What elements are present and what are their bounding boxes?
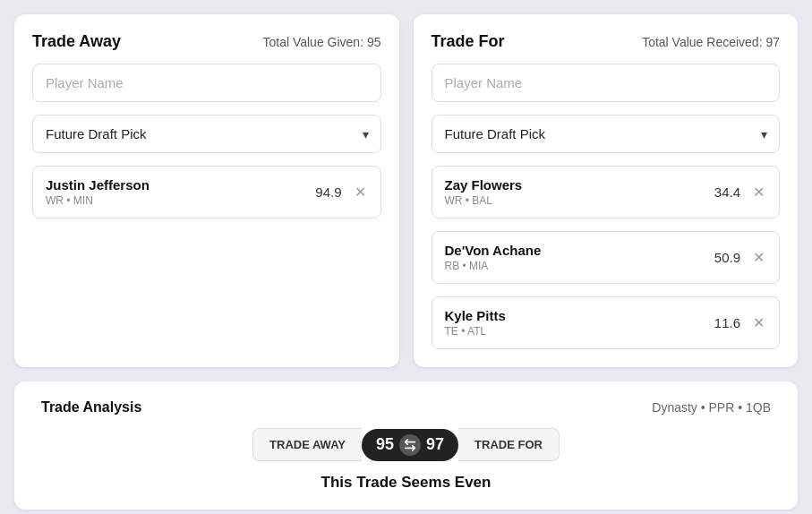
trade-away-total: Total Value Given: 95	[262, 35, 380, 49]
trade-for-dropdown-wrapper: Future Draft Pick ▾	[432, 115, 781, 153]
trade-for-total: Total Value Received: 97	[642, 35, 780, 49]
trade-away-title: Trade Away	[32, 32, 121, 51]
trade-for-player-info-2: Kyle Pitts TE • ATL	[445, 308, 506, 338]
trade-for-player-card-1: De'Von Achane RB • MIA 50.9 ✕	[432, 231, 781, 284]
trade-for-player-meta-2: TE • ATL	[445, 325, 506, 338]
trade-away-search-input[interactable]	[32, 64, 381, 102]
trade-for-remove-button-0[interactable]: ✕	[751, 184, 766, 201]
score-for-value: 97	[426, 435, 444, 454]
trade-away-panel: Trade Away Total Value Given: 95 Future …	[14, 14, 399, 367]
trade-for-player-meta-0: WR • BAL	[445, 194, 523, 207]
trade-for-player-name-1: De'Von Achane	[445, 243, 542, 258]
trade-for-title: Trade For	[432, 32, 505, 51]
trade-for-player-name-0: Zay Flowers	[445, 177, 523, 193]
trade-for-player-right-2: 11.6 ✕	[714, 314, 766, 332]
score-away-value: 95	[376, 435, 394, 454]
trade-for-header: Trade For Total Value Received: 97	[432, 32, 781, 51]
trade-for-panel: Trade For Total Value Received: 97 Futur…	[414, 14, 799, 367]
trade-away-player-meta: WR • MIN	[46, 194, 150, 207]
trade-for-label: TRADE FOR	[458, 428, 560, 461]
analysis-result: This Trade Seems Even	[321, 474, 491, 492]
trade-away-player-right: 94.9 ✕	[315, 184, 367, 201]
trade-for-player-score-1: 50.9	[714, 250, 740, 265]
analysis-title: Trade Analysis	[41, 399, 141, 415]
trade-for-player-score-2: 11.6	[714, 315, 740, 330]
analysis-header: Trade Analysis Dynasty • PPR • 1QB	[41, 399, 771, 415]
trade-for-player-meta-1: RB • MIA	[445, 260, 542, 272]
trade-score-pill: 95 97	[362, 429, 458, 461]
trade-away-player-score: 94.9	[315, 184, 341, 200]
trade-for-player-info-1: De'Von Achane RB • MIA	[445, 243, 542, 272]
trade-for-remove-button-1[interactable]: ✕	[751, 249, 766, 267]
trade-for-player-card-0: Zay Flowers WR • BAL 34.4 ✕	[432, 166, 781, 218]
trade-away-player-name: Justin Jefferson	[46, 177, 150, 193]
trade-away-player-card: Justin Jefferson WR • MIN 94.9 ✕	[32, 166, 381, 218]
trade-away-remove-button-0[interactable]: ✕	[353, 184, 368, 201]
trade-for-player-card-2: Kyle Pitts TE • ATL 11.6 ✕	[432, 296, 781, 349]
trade-away-header: Trade Away Total Value Given: 95	[32, 32, 381, 51]
trade-for-player-right-0: 34.4 ✕	[714, 184, 766, 201]
trade-for-search-input[interactable]	[432, 64, 781, 102]
trade-for-player-right-1: 50.9 ✕	[714, 249, 766, 267]
trade-away-draft-pick-dropdown[interactable]: Future Draft Pick	[32, 115, 381, 153]
trade-for-player-info-0: Zay Flowers WR • BAL	[445, 177, 523, 207]
trade-away-label: TRADE AWAY	[252, 428, 362, 461]
trade-away-player-info: Justin Jefferson WR • MIN	[46, 177, 150, 207]
trade-for-draft-pick-dropdown[interactable]: Future Draft Pick	[432, 115, 781, 153]
trade-for-remove-button-2[interactable]: ✕	[751, 314, 766, 332]
analysis-mode: Dynasty • PPR • 1QB	[652, 400, 771, 415]
trade-for-player-name-2: Kyle Pitts	[445, 308, 506, 323]
trade-for-player-score-0: 34.4	[714, 184, 740, 200]
trade-meter: TRADE AWAY 95 97 TRADE FOR	[41, 428, 771, 461]
analysis-bar: Trade Analysis Dynasty • PPR • 1QB TRADE…	[14, 381, 798, 510]
trade-away-dropdown-wrapper: Future Draft Pick ▾	[32, 115, 381, 153]
swap-icon	[399, 434, 421, 456]
